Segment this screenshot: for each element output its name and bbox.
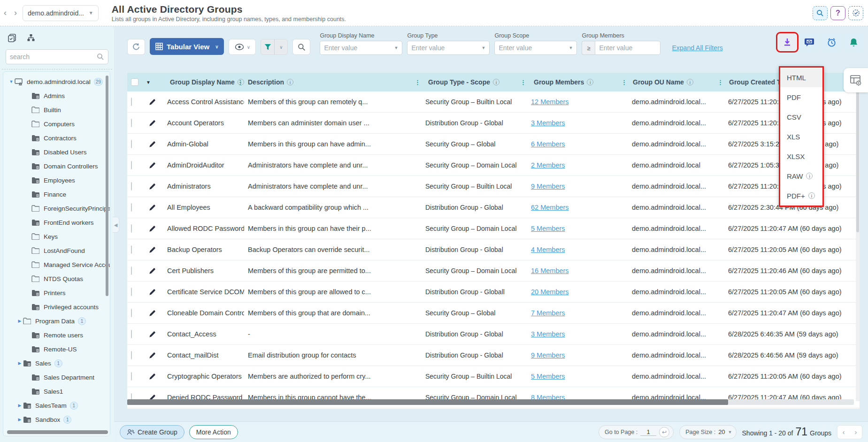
members-link[interactable]: 5 Members	[531, 373, 565, 380]
members-link[interactable]: 20 Members	[531, 288, 569, 296]
tabular-view-button[interactable]: Tabular View ∨	[150, 38, 224, 55]
export-option-raw[interactable]: RAWi	[780, 166, 822, 186]
export-option-xls[interactable]: XLS	[780, 127, 822, 146]
tree-item[interactable]: ForeignSecurityPrincipals	[3, 201, 110, 215]
tree-item[interactable]: Employees	[3, 173, 110, 187]
goto-page-apply-icon[interactable]: ↩	[659, 427, 669, 437]
tree-item[interactable]: FrontEnd workers	[3, 215, 110, 229]
org-chart-button[interactable]	[25, 32, 37, 44]
more-action-button[interactable]: More Action	[189, 425, 238, 439]
scheduled-tasks-button[interactable]	[848, 6, 863, 20]
members-cell[interactable]: 20 Members	[527, 288, 628, 296]
greater-equal-operator[interactable]: ≥	[582, 41, 595, 55]
export-option-pdfplus[interactable]: PDF+i	[780, 186, 822, 206]
global-search-button[interactable]	[813, 6, 828, 20]
members-cell[interactable]: 5 Members	[527, 373, 628, 380]
tree-item[interactable]: ▶Sales1	[3, 356, 110, 370]
row-checkbox[interactable]	[131, 267, 132, 275]
tree-item[interactable]: Printers	[3, 286, 110, 300]
row-checkbox[interactable]	[131, 351, 132, 359]
export-option-pdf[interactable]: PDF	[780, 87, 822, 107]
feedback-button[interactable]	[799, 33, 819, 51]
edit-group-button[interactable]	[141, 140, 163, 148]
members-link[interactable]: 16 Members	[531, 267, 569, 274]
members-cell[interactable]: 6 Members	[527, 140, 628, 148]
schedule-alert-button[interactable]	[822, 33, 841, 51]
tree-item[interactable]: Contractors	[3, 131, 110, 145]
tree-horizontal-scrollbar[interactable]	[7, 430, 108, 434]
next-page-button[interactable]: ›	[851, 427, 861, 438]
row-checkbox[interactable]	[131, 330, 132, 338]
visibility-button[interactable]: ∨	[229, 39, 256, 55]
tree-item[interactable]: ▼demo.admindroid.local29	[3, 75, 110, 89]
filter-value-input[interactable]: Enter value	[595, 41, 661, 55]
members-cell[interactable]: 3 Members	[527, 119, 628, 127]
notifications-button[interactable]	[844, 33, 863, 51]
edit-group-button[interactable]	[141, 98, 163, 106]
report-board-button[interactable]	[7, 32, 18, 44]
tree-item[interactable]: Sales1	[3, 384, 110, 398]
tree-item[interactable]: NTDS Quotas	[3, 272, 110, 286]
goto-page-input[interactable]	[640, 428, 656, 436]
tree-item[interactable]: Sales Department	[3, 370, 110, 384]
sidebar-collapse-handle[interactable]: ◀	[113, 217, 119, 233]
row-checkbox[interactable]	[131, 182, 132, 191]
tree-item[interactable]: Remote-US	[3, 342, 110, 356]
tree-item[interactable]: Managed Service Accoun...	[3, 258, 110, 272]
members-cell[interactable]: 12 Members	[527, 98, 628, 106]
page-size-control[interactable]: Page Size : 20 ▼	[679, 425, 736, 439]
filter-value-input[interactable]: Enter value▼	[320, 41, 402, 55]
tree-item[interactable]: ▶SalesTeam1	[3, 398, 110, 412]
column-settings-button[interactable]	[844, 68, 868, 92]
nav-back-icon[interactable]: ‹	[0, 6, 10, 20]
members-cell[interactable]: 5 Members	[527, 225, 628, 232]
row-checkbox[interactable]	[131, 140, 132, 148]
column-menu-icon[interactable]: ⋮	[520, 80, 526, 85]
table-vertical-scrollbar[interactable]	[856, 91, 860, 401]
members-link[interactable]: 3 Members	[531, 119, 565, 127]
filter-value-input[interactable]: Enter value▼	[494, 41, 577, 55]
tree-item[interactable]: Builtin	[3, 103, 110, 117]
tree-item[interactable]: Remote users	[3, 328, 110, 342]
members-cell[interactable]: 7 Members	[527, 309, 628, 317]
members-link[interactable]: 9 Members	[531, 183, 565, 190]
expanded-arrow-icon[interactable]: ▼	[8, 79, 15, 84]
tree-item[interactable]: LostAndFound	[3, 244, 110, 258]
export-option-html[interactable]: HTML	[780, 68, 822, 87]
tenant-selector[interactable]: demo.admindroid... ▼	[23, 5, 99, 21]
nav-forward-icon[interactable]: ›	[10, 6, 21, 20]
members-cell[interactable]: 62 Members	[527, 204, 628, 211]
row-checkbox[interactable]	[131, 203, 132, 212]
members-link[interactable]: 12 Members	[531, 98, 569, 106]
export-option-xlsx[interactable]: XLSX	[780, 146, 822, 166]
tree-vertical-scrollbar[interactable]	[106, 76, 108, 296]
edit-group-button[interactable]	[141, 225, 163, 233]
collapsed-arrow-icon[interactable]: ▶	[16, 417, 23, 422]
edit-group-button[interactable]	[141, 309, 163, 317]
column-header-group-ou-name[interactable]: Group OU Namei⋮	[628, 73, 724, 91]
help-button[interactable]: ?	[830, 6, 845, 20]
tree-item[interactable]: Domain Controllers	[3, 159, 110, 173]
column-header-group-members[interactable]: Group Membersi⋮	[527, 73, 628, 91]
filter-value-input[interactable]: Enter value▼	[407, 41, 490, 55]
tree-item[interactable]: Disabled Users	[3, 145, 110, 159]
edit-group-button[interactable]	[141, 204, 163, 212]
prev-page-button[interactable]: ‹	[838, 427, 849, 438]
members-link[interactable]: 9 Members	[531, 351, 565, 359]
table-search-button[interactable]	[292, 39, 310, 55]
members-cell[interactable]: 4 Members	[527, 246, 628, 253]
members-link[interactable]: 6 Members	[531, 140, 565, 148]
tree-item[interactable]: Admins	[3, 89, 110, 103]
tree-item[interactable]: Finance	[3, 187, 110, 201]
edit-group-button[interactable]	[141, 288, 163, 296]
edit-group-button[interactable]	[141, 119, 163, 127]
row-checkbox[interactable]	[131, 288, 132, 296]
column-menu-icon[interactable]: ⋮	[717, 80, 723, 85]
column-header-description[interactable]: Descriptioni⋮	[244, 73, 422, 91]
create-group-button[interactable]: Create Group	[120, 425, 184, 439]
filter-button[interactable]: ∨	[261, 39, 288, 55]
members-link[interactable]: 62 Members	[531, 204, 569, 211]
export-option-csv[interactable]: CSV	[780, 107, 822, 127]
members-cell[interactable]: 3 Members	[527, 330, 628, 338]
row-checkbox[interactable]	[131, 309, 132, 317]
